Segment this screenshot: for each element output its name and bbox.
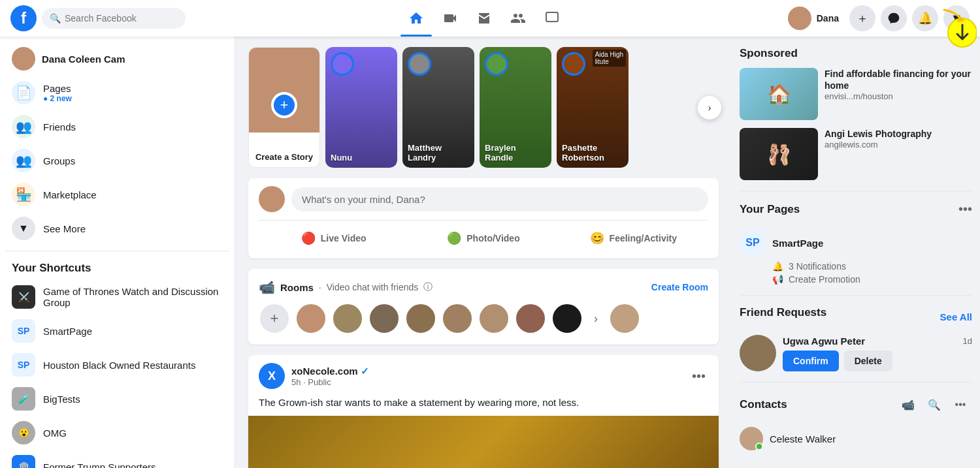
nav-video-btn[interactable]	[434, 3, 466, 34]
photo-video-btn[interactable]: 🟢 Photo/Video	[408, 226, 558, 251]
sidebar-user-name: Dana Coleen Cam	[42, 54, 125, 65]
photo-video-icon: 🟢	[447, 231, 461, 245]
ad-2-url: angilewis.com	[825, 140, 972, 149]
search-input[interactable]	[65, 13, 178, 23]
room-avatar-4[interactable]	[405, 303, 436, 334]
delete-request-btn[interactable]: Delete	[844, 351, 892, 371]
room-avatar-5[interactable]	[442, 303, 473, 334]
room-avatar-2[interactable]	[332, 303, 363, 334]
feeling-btn[interactable]: 😊 Feeling/Activity	[559, 226, 708, 251]
see-more-label: See More	[43, 223, 86, 234]
nav-left: f 🔍	[10, 5, 186, 31]
story-name-1: Nunu	[331, 153, 392, 163]
page-smartpage[interactable]: SP SmartPage	[740, 225, 972, 261]
contacts-more-icon[interactable]: •••	[949, 393, 972, 416]
rooms-nav-btn[interactable]: ›	[588, 312, 604, 326]
see-all-btn[interactable]: See All	[940, 311, 972, 322]
rooms-info-icon[interactable]: ⓘ	[423, 281, 433, 293]
nav-home-btn[interactable]	[400, 3, 432, 34]
room-person-3	[368, 303, 400, 334]
room-avatar-6[interactable]	[478, 303, 510, 334]
sidebar-item-marketplace[interactable]: 🏪 Marketplace	[5, 178, 229, 211]
room-person-4	[405, 303, 436, 334]
room-avatar-9[interactable]	[609, 303, 640, 334]
friend-request-1: Ugwa Agwu Peter 1d Confirm Delete	[740, 335, 972, 371]
fr-name-1: Ugwa Agwu Peter	[783, 335, 865, 347]
post-input[interactable]: What's on your mind, Dana?	[291, 187, 708, 211]
shortcut-omg[interactable]: 😮 OMG	[5, 416, 229, 450]
page-promotion-row[interactable]: 📢 Create Promotion	[772, 274, 972, 285]
room-avatar-7[interactable]	[515, 303, 546, 334]
ad-1-image: 🏠	[740, 68, 818, 120]
contacts-header: Contacts 📹 🔍 •••	[740, 393, 972, 416]
shortcut-fts[interactable]: 🏛️ Former Trump Supporters	[5, 450, 229, 468]
promotion-megaphone-icon: 📢	[772, 274, 783, 285]
feed-post-header: X xoNecole.com ✓ 5h · Public •••	[248, 355, 719, 397]
ad-2-image: 🩰	[740, 128, 818, 180]
sidebar-user[interactable]: Dana Coleen Cam	[5, 42, 229, 76]
ad-2-text: Angi Lewis Photography angilewis.com	[825, 128, 972, 180]
sidebar-item-friends[interactable]: 👥 Friends	[5, 110, 229, 144]
pages-icon: 📄	[12, 81, 35, 104]
sidebar-see-more[interactable]: ▼ See More	[5, 211, 229, 245]
sidebar-item-pages[interactable]: 📄 Pages ● 2 new	[5, 76, 229, 110]
pages-label: Pages	[43, 83, 72, 94]
facebook-logo[interactable]: f	[10, 5, 37, 31]
shortcut-hbor-name: Houston Black Owned Restaurants	[43, 360, 195, 371]
sidebar-item-groups[interactable]: 👥 Groups	[5, 144, 229, 178]
fr-avatar-1	[740, 335, 776, 371]
room-add-avatar[interactable]: +	[259, 303, 290, 334]
story-card-2[interactable]: Matthew Landry	[402, 47, 474, 168]
story-card-1[interactable]: Nunu	[325, 47, 397, 168]
smartpage-avatar: SP	[740, 230, 766, 256]
your-pages-more-btn[interactable]: •••	[958, 202, 972, 217]
search-bar[interactable]: 🔍	[42, 8, 186, 29]
room-avatar-8[interactable]	[551, 303, 583, 334]
nav-plus-btn[interactable]: ＋	[849, 5, 875, 31]
story-avatar-2	[408, 52, 431, 76]
room-person-2	[332, 303, 363, 334]
story-card-4[interactable]: Aida Highlitute Pashette Robertson	[557, 47, 629, 168]
room-avatar-1[interactable]	[295, 303, 327, 334]
shortcut-hbor[interactable]: SP Houston Black Owned Restaurants	[5, 348, 229, 382]
shortcut-bigtests[interactable]: 🧪 BigTests	[5, 382, 229, 416]
story-card-3[interactable]: Braylen Randle	[480, 47, 551, 168]
friend-requests-header: Friend Requests See All	[740, 306, 972, 327]
shortcut-smartpage[interactable]: SP SmartPage	[5, 314, 229, 348]
shortcut-got[interactable]: ⚔️ Game of Thrones Watch and Discussion …	[5, 280, 229, 314]
live-video-btn[interactable]: 🔴 Live Video	[259, 226, 408, 251]
rooms-box: 📹 Rooms · Video chat with friends ⓘ Crea…	[248, 269, 719, 345]
feed-post-avatar: X	[259, 363, 285, 389]
create-story-card[interactable]: + Create a Story	[248, 47, 320, 168]
nav-portal-btn[interactable]	[536, 3, 568, 34]
create-room-btn[interactable]: Create Room	[651, 282, 708, 292]
contacts-video-icon[interactable]: 📹	[896, 393, 920, 416]
rooms-title-area: 📹 Rooms · Video chat with friends ⓘ	[259, 279, 433, 295]
nav-notifications-btn[interactable]: 🔔	[912, 5, 938, 31]
nav-marketplace-btn[interactable]	[468, 3, 500, 34]
rooms-title: Rooms	[280, 282, 314, 293]
sidebar-divider-1	[5, 251, 229, 251]
rooms-video-icon: 📹	[259, 279, 275, 295]
sidebar-right: Sponsored 🏠 Find affordable financing fo…	[732, 37, 980, 468]
post-box-avatar	[259, 186, 285, 212]
page-notifications-row[interactable]: 🔔 3 Notifications	[772, 261, 972, 272]
room-avatar-3[interactable]	[368, 303, 400, 334]
story-create-bottom: Create a Story	[249, 147, 319, 167]
post-box-top: What's on your mind, Dana?	[259, 186, 708, 212]
contact-celeste[interactable]: Celeste Walker	[740, 424, 972, 453]
feed-post-options-btn[interactable]: •••	[689, 366, 708, 386]
groups-label: Groups	[43, 155, 75, 166]
stories-next-btn[interactable]: ›	[698, 96, 721, 119]
confirm-request-btn[interactable]: Confirm	[783, 351, 839, 371]
nav-groups-btn[interactable]	[502, 3, 534, 34]
nav-user[interactable]: Dana	[783, 4, 844, 33]
search-icon: 🔍	[50, 13, 61, 23]
contacts-search-icon[interactable]: 🔍	[923, 393, 946, 416]
room-add-icon: +	[259, 303, 290, 334]
ad-1-text: Find affordable financing for your home …	[825, 68, 972, 120]
fr-time-1: 1d	[963, 336, 972, 346]
sponsored-ad-2[interactable]: 🩰 Angi Lewis Photography angilewis.com	[740, 128, 972, 180]
nav-messenger-btn[interactable]	[881, 5, 907, 31]
sponsored-ad-1[interactable]: 🏠 Find affordable financing for your hom…	[740, 68, 972, 120]
